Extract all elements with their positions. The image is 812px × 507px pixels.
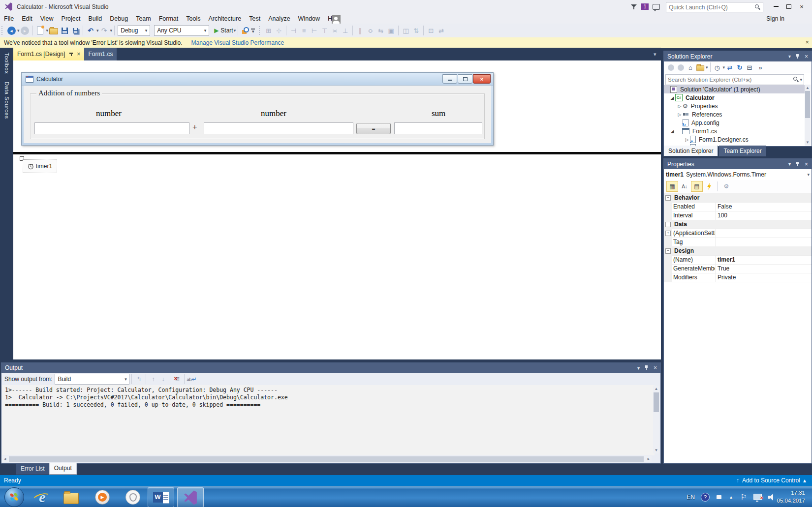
save-icon[interactable]	[59, 25, 70, 36]
properties-object-dropdown[interactable]: timer1 System.Windows.Forms.Timer ▾	[664, 169, 812, 180]
navigate-back-icon[interactable]: ◂	[6, 25, 17, 36]
undo-icon[interactable]: ↶	[85, 25, 96, 36]
chevron-up-icon[interactable]: ▴	[803, 477, 806, 484]
scroll-right-icon[interactable]: ►	[647, 457, 651, 461]
pin-icon[interactable]	[795, 54, 800, 59]
clear-all-icon[interactable]: ≣×	[172, 376, 182, 383]
categorized-view-icon[interactable]: ▦	[666, 181, 678, 192]
window-close-button[interactable]: ×	[795, 1, 808, 11]
taskbar-internet-explorer-icon[interactable]: e	[34, 489, 50, 505]
menu-window[interactable]: Window	[294, 13, 324, 24]
menu-format[interactable]: Format	[155, 13, 183, 24]
menu-project[interactable]: Project	[58, 13, 85, 24]
start-button[interactable]	[4, 487, 24, 507]
save-all-icon[interactable]	[70, 25, 81, 36]
scroll-down-icon[interactable]: ▼	[653, 448, 659, 452]
user-avatar[interactable]	[332, 15, 341, 24]
output-horizontal-scrollbar[interactable]: ◄ ►	[2, 456, 652, 462]
property-pages-icon[interactable]: ⚙	[721, 181, 732, 191]
window-position-dropdown-icon[interactable]: ▾	[637, 365, 640, 371]
tab-output[interactable]: Output	[49, 463, 77, 475]
language-indicator[interactable]: EN	[687, 486, 695, 507]
collapse-icon[interactable]: −	[665, 222, 671, 227]
notification-count-badge[interactable]: 1	[641, 3, 649, 10]
quick-launch-input[interactable]	[666, 4, 755, 11]
next-message-icon[interactable]: ↓	[158, 376, 168, 383]
taskbar-clock[interactable]: 17:31 05.04.2017	[777, 489, 805, 505]
property-category-design[interactable]: − Design	[664, 246, 812, 256]
alphabetical-sort-icon[interactable]: A↓	[679, 181, 690, 191]
menu-team[interactable]: Team	[132, 13, 155, 24]
expander-icon[interactable]: ▷	[685, 137, 689, 142]
menu-analyze[interactable]: Analyze	[264, 13, 294, 24]
pending-changes-filter-icon[interactable]: ◷	[713, 62, 722, 72]
scrollbar-thumb[interactable]	[9, 456, 644, 462]
designed-form-client-area[interactable]: Addition of numbers number number sum + …	[24, 86, 491, 143]
expander-icon[interactable]: ◢	[670, 129, 675, 134]
sign-in-link[interactable]: Sign in	[766, 15, 784, 22]
property-row-generatemember[interactable]: GenerateMembe True	[664, 264, 812, 273]
textbox-number1[interactable]	[34, 122, 189, 134]
designed-form-title-bar[interactable]: Calculator ×	[22, 73, 493, 86]
form-maximize-button[interactable]	[458, 74, 472, 84]
solution-explorer-title-bar[interactable]: Solution Explorer ▾ ×	[664, 51, 812, 61]
solution-explorer-search-box[interactable]: ▾	[665, 74, 804, 85]
form-close-button[interactable]: ×	[473, 74, 491, 84]
volume-icon[interactable]	[768, 486, 776, 507]
collapse-icon[interactable]: −	[665, 195, 671, 201]
toolbar-overflow-icon[interactable]: »	[755, 62, 765, 72]
output-title-bar[interactable]: Output ▾ ×	[1, 363, 660, 373]
align-to-grid-icon[interactable]: ⊹	[274, 27, 284, 34]
switch-views-icon[interactable]	[695, 62, 705, 72]
align-rights-icon[interactable]: ⊢	[309, 27, 319, 34]
align-centers-icon[interactable]: ≡	[299, 27, 309, 34]
tab-team-explorer[interactable]: Team Explorer	[719, 146, 766, 156]
scrollbar-thumb[interactable]	[654, 392, 659, 412]
menu-build[interactable]: Build	[84, 13, 106, 24]
home-icon[interactable]: ⌂	[686, 62, 695, 72]
menu-test[interactable]: Test	[245, 13, 264, 24]
label-number1[interactable]: number	[96, 109, 122, 119]
goto-message-icon[interactable]: ↰	[134, 376, 144, 383]
tab-form1-design[interactable]: Form1.cs [Design] ×	[13, 48, 84, 60]
property-row-name[interactable]: (Name) timer1	[664, 255, 812, 265]
label-number2[interactable]: number	[261, 109, 286, 119]
make-same-size-icon[interactable]: ≎	[365, 27, 375, 34]
snap-to-grid-icon[interactable]: ⊞	[263, 27, 274, 34]
sync-with-active-document-icon[interactable]: ⇄	[725, 62, 735, 72]
close-icon[interactable]: ×	[77, 51, 80, 58]
vertical-spacing-icon[interactable]: ⇅	[411, 27, 421, 34]
scrollbar-thumb[interactable]	[805, 91, 810, 118]
redo-icon[interactable]: ↷	[99, 25, 110, 36]
property-category-data[interactable]: − Data	[664, 220, 812, 229]
make-same-width-icon[interactable]: ∥	[355, 27, 365, 34]
textbox-number2[interactable]	[204, 122, 353, 134]
size-to-grid-icon[interactable]: ▣	[386, 27, 396, 34]
send-to-back-icon[interactable]: ⇄	[436, 27, 446, 34]
equals-button[interactable]: =	[356, 123, 391, 134]
notifications-filter-icon[interactable]	[631, 4, 637, 10]
window-minimize-button[interactable]	[770, 1, 782, 11]
taskbar-media-player-icon[interactable]: ▶	[94, 489, 110, 505]
expander-icon[interactable]: ▷	[677, 112, 682, 117]
navigate-forward-icon[interactable]: ▸	[20, 25, 31, 36]
refresh-icon[interactable]: ↻	[735, 62, 745, 72]
component-tray-divider[interactable]	[13, 152, 661, 154]
taskbar-visual-studio-button[interactable]	[177, 487, 204, 507]
designed-form-window[interactable]: Calculator × Addition of numbers number …	[21, 72, 494, 146]
redo-dropdown-icon[interactable]: ▾	[110, 28, 113, 33]
properties-title-bar[interactable]: Properties ▾ ×	[664, 159, 812, 169]
document-overflow-dropdown-icon[interactable]: ▾	[654, 51, 656, 58]
properties-view-icon[interactable]: ▤	[691, 181, 703, 192]
menu-tools[interactable]: Tools	[182, 13, 204, 24]
solution-tree-scrollbar[interactable]: ▲ ▼	[805, 85, 811, 146]
align-lefts-icon[interactable]: ⊣	[288, 27, 299, 34]
taskbar-file-explorer-icon[interactable]	[63, 489, 79, 505]
chevron-down-icon[interactable]: ▾	[706, 65, 708, 70]
form-minimize-button[interactable]	[442, 74, 457, 84]
scroll-up-icon[interactable]: ▲	[653, 387, 659, 391]
make-same-height-icon[interactable]: ⇆	[375, 27, 386, 34]
tree-item-references[interactable]: ▷ References	[664, 110, 805, 119]
pin-icon[interactable]	[644, 365, 649, 370]
word-wrap-icon[interactable]: ab↵	[187, 376, 196, 383]
